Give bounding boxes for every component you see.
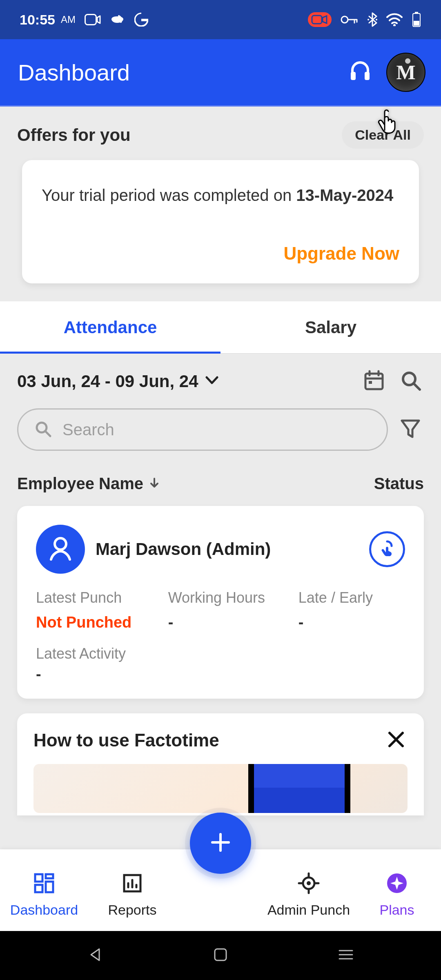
svg-rect-19 bbox=[46, 882, 53, 892]
svg-point-23 bbox=[307, 881, 311, 885]
howto-title: How to use Factotime bbox=[33, 730, 219, 751]
offers-title: Offers for you bbox=[17, 125, 131, 145]
search-row bbox=[0, 399, 441, 465]
employee-name: Marj Dawson (Admin) bbox=[96, 539, 359, 559]
column-name-label: Employee Name bbox=[17, 474, 143, 493]
status-right-group bbox=[308, 12, 421, 27]
support-button[interactable] bbox=[344, 56, 376, 89]
vpn-key-icon bbox=[341, 15, 359, 24]
plus-icon bbox=[209, 831, 232, 855]
column-status: Status bbox=[374, 474, 424, 493]
offer-card: Your trial period was completed on 13-Ma… bbox=[22, 160, 419, 283]
svg-rect-10 bbox=[351, 72, 356, 80]
svg-point-4 bbox=[368, 19, 369, 20]
date-range-selector[interactable]: 03 Jun, 24 - 09 Jun, 24 bbox=[17, 372, 219, 391]
recents-icon bbox=[338, 948, 354, 963]
employee-avatar bbox=[36, 525, 85, 574]
svg-rect-8 bbox=[415, 12, 418, 13]
nav-plans-label: Plans bbox=[379, 902, 414, 918]
working-hours-value: - bbox=[168, 614, 285, 631]
wifi-icon bbox=[386, 13, 403, 26]
latest-activity-value: - bbox=[36, 666, 405, 683]
headset-icon bbox=[348, 60, 372, 85]
svg-point-3 bbox=[341, 16, 348, 23]
avatar-letter: M bbox=[396, 60, 415, 84]
upgrade-now-button[interactable]: Upgrade Now bbox=[283, 243, 399, 264]
search-box[interactable] bbox=[17, 408, 388, 451]
howto-video-thumbnail[interactable] bbox=[33, 764, 408, 813]
latest-punch-label: Latest Punch bbox=[36, 589, 164, 606]
nav-dashboard[interactable]: Dashboard bbox=[0, 871, 88, 918]
pointer-cursor-icon bbox=[376, 106, 399, 136]
latest-punch-value: Not Punched bbox=[36, 614, 164, 631]
search-icon bbox=[399, 369, 422, 394]
employee-action-button[interactable] bbox=[369, 531, 405, 567]
google-g-icon bbox=[134, 13, 148, 27]
tools-row: 03 Jun, 24 - 09 Jun, 24 bbox=[0, 354, 441, 399]
status-ampm: AM bbox=[61, 14, 76, 25]
add-fab-button[interactable] bbox=[190, 813, 251, 874]
phone-mock-icon bbox=[248, 764, 350, 813]
howto-close-button[interactable] bbox=[386, 730, 408, 751]
offer-date: 13-May-2024 bbox=[296, 186, 393, 204]
home-square-icon bbox=[213, 947, 228, 964]
late-early-label: Late / Early bbox=[289, 589, 405, 606]
svg-rect-18 bbox=[46, 874, 53, 878]
sparkle-icon bbox=[385, 871, 408, 895]
android-system-nav bbox=[0, 931, 441, 980]
status-left-group: 10:55 AM bbox=[20, 12, 148, 28]
column-headers: Employee Name Status bbox=[0, 465, 441, 503]
nav-admin-punch[interactable]: Admin Punch bbox=[265, 871, 353, 918]
screen-record-badge-icon bbox=[308, 12, 332, 27]
howto-card: How to use Factotime bbox=[17, 713, 424, 815]
calendar-icon bbox=[363, 370, 385, 393]
svg-rect-17 bbox=[35, 874, 42, 882]
calendar-button[interactable] bbox=[361, 368, 387, 394]
nav-reports[interactable]: Reports bbox=[88, 871, 176, 918]
svg-rect-25 bbox=[215, 949, 226, 960]
late-early-value: - bbox=[289, 614, 405, 631]
app-icon bbox=[110, 13, 125, 27]
battery-icon bbox=[412, 12, 421, 27]
filter-button[interactable] bbox=[399, 417, 424, 442]
employee-card[interactable]: Marj Dawson (Admin) Latest Punch Working… bbox=[17, 506, 424, 699]
svg-rect-12 bbox=[365, 374, 383, 389]
column-employee-name[interactable]: Employee Name bbox=[17, 474, 160, 493]
chevron-down-icon bbox=[205, 372, 219, 391]
app-bar: Dashboard M bbox=[0, 39, 441, 107]
svg-point-5 bbox=[376, 19, 377, 20]
search-field-icon bbox=[34, 420, 52, 439]
page-title: Dashboard bbox=[18, 59, 334, 86]
tab-attendance[interactable]: Attendance bbox=[0, 301, 220, 353]
offer-text: Your trial period was completed on 13-Ma… bbox=[42, 184, 399, 207]
svg-rect-20 bbox=[35, 885, 42, 892]
bluetooth-icon bbox=[368, 12, 377, 27]
dashboard-icon bbox=[33, 871, 56, 895]
screen-record-outline-icon bbox=[85, 14, 101, 25]
offers-header: Offers for you Clear All bbox=[0, 107, 441, 160]
svg-point-16 bbox=[55, 538, 66, 550]
nav-admin-punch-label: Admin Punch bbox=[267, 902, 350, 918]
status-time: 10:55 bbox=[20, 12, 55, 28]
svg-rect-9 bbox=[414, 21, 419, 26]
back-triangle-icon bbox=[87, 947, 103, 964]
profile-avatar[interactable]: M bbox=[386, 53, 425, 92]
sys-home-button[interactable] bbox=[208, 943, 233, 968]
search-input[interactable] bbox=[62, 421, 371, 439]
search-button[interactable] bbox=[398, 368, 424, 394]
nav-dashboard-label: Dashboard bbox=[10, 902, 78, 918]
sys-recents-button[interactable] bbox=[334, 943, 358, 968]
sort-down-icon bbox=[148, 474, 160, 493]
close-icon bbox=[386, 744, 406, 751]
sys-back-button[interactable] bbox=[83, 943, 107, 968]
svg-point-6 bbox=[393, 24, 396, 26]
person-icon bbox=[46, 534, 75, 564]
svg-rect-0 bbox=[85, 15, 96, 25]
date-range-text: 03 Jun, 24 - 09 Jun, 24 bbox=[17, 372, 198, 391]
nav-reports-label: Reports bbox=[108, 902, 156, 918]
svg-rect-11 bbox=[365, 72, 370, 80]
tab-salary[interactable]: Salary bbox=[220, 301, 441, 353]
tabs: Attendance Salary bbox=[0, 301, 441, 354]
nav-plans[interactable]: Plans bbox=[353, 871, 441, 918]
working-hours-label: Working Hours bbox=[168, 589, 285, 606]
